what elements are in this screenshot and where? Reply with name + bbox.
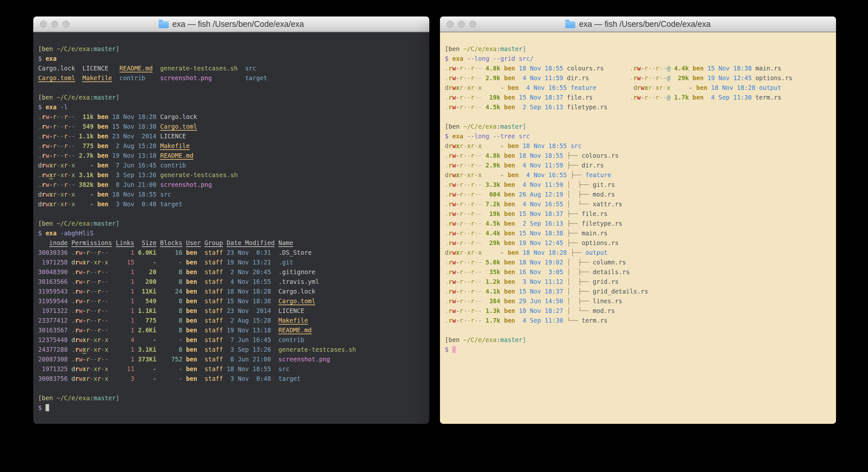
terminal-text-segment	[156, 346, 160, 353]
terminal-text-segment	[156, 375, 160, 382]
terminal-text-segment	[482, 142, 489, 149]
permission-char: -	[467, 65, 471, 72]
terminal-text-segment	[563, 220, 567, 227]
terminal-text-segment: ]	[522, 336, 526, 343]
permission-char: -	[641, 65, 645, 72]
close-button[interactable]	[40, 21, 47, 28]
permission-char: -	[467, 201, 471, 208]
permission-char: -	[49, 113, 53, 120]
permission-char: w	[452, 152, 456, 159]
terminal-line: drwxr-xr-x - ben 18 Nov 18:28 ├── output	[445, 248, 833, 257]
permission-char: .	[445, 210, 448, 217]
titlebar[interactable]: exa — fish /Users/ben/Code/exa/exa	[440, 17, 836, 32]
permission-char: r	[448, 288, 452, 295]
terminal-text-segment	[108, 152, 112, 159]
permission-char: .	[445, 201, 448, 208]
terminal-line: $	[38, 403, 426, 413]
terminal-text-segment: git.rs	[593, 181, 615, 188]
terminal-text-segment	[134, 268, 138, 275]
permission-char: r	[86, 326, 90, 334]
terminal-text-segment	[42, 55, 45, 62]
permission-char: -	[57, 152, 60, 159]
terminal-text-segment: │ ├──	[567, 278, 593, 285]
terminal-line: Cargo.toml Makefile contrib screenshot.p…	[38, 73, 426, 83]
close-button[interactable]	[447, 21, 454, 28]
permission-char: -	[648, 94, 652, 101]
terminal-text-segment: ben	[97, 171, 108, 178]
permission-char: .	[71, 326, 75, 334]
permission-char: -	[90, 375, 93, 382]
terminal-text-segment: 24377288	[38, 346, 68, 353]
permission-char: .	[445, 317, 448, 324]
terminal-text-segment: 23 Nov 2014	[227, 307, 271, 314]
terminal-text-segment: staff	[205, 249, 223, 256]
terminal-text-segment: $	[38, 230, 42, 237]
permission-char: r	[86, 346, 90, 353]
terminal-text-segment	[156, 152, 160, 159]
permission-char: w	[452, 201, 456, 208]
permission-char: -	[463, 268, 467, 275]
permission-char: r	[64, 132, 67, 140]
terminal-output[interactable]: [ben ~/C/e/exa:master]$ exaCargo.lock LI…	[33, 32, 429, 424]
terminal-text-segment: 200	[138, 278, 156, 285]
permission-char: -	[663, 65, 666, 72]
zoom-button[interactable]	[63, 21, 69, 28]
terminal-text-segment	[482, 152, 486, 159]
terminal-text-segment	[223, 249, 226, 256]
terminal-text-segment	[463, 132, 467, 140]
terminal-text-segment: $	[38, 55, 42, 62]
terminal-text-segment	[563, 268, 567, 275]
permission-char: -	[90, 259, 93, 266]
terminal-text-segment: -	[489, 249, 504, 256]
minimize-button[interactable]	[51, 21, 58, 28]
terminal-text-segment: Cargo.lock LICENCE	[38, 65, 120, 72]
permission-char: -	[94, 317, 97, 324]
permission-char: r	[97, 356, 101, 363]
terminal-text-segment: 18 Nov 18:28	[227, 288, 271, 295]
terminal-line: 1971258 drwxr-xr-x 15 - - ben staff 19 N…	[38, 257, 426, 267]
terminal-text-segment: -	[489, 171, 504, 178]
permission-char: -	[101, 259, 105, 266]
terminal-text-segment: ben	[186, 259, 197, 266]
cursor-block	[452, 346, 456, 353]
permission-char: r	[97, 278, 101, 285]
permission-char: w	[45, 132, 49, 140]
terminal-text-segment	[108, 249, 116, 256]
terminal-text-segment	[448, 346, 452, 353]
permission-char: r	[460, 94, 463, 101]
terminal-text-segment: staff	[205, 365, 223, 373]
terminal-text-segment	[482, 94, 486, 101]
permission-char: -	[49, 142, 53, 149]
permission-char: r	[97, 307, 101, 314]
terminal-text-segment: ben	[186, 297, 197, 304]
terminal-text-segment: 775	[138, 317, 156, 324]
permission-char: r	[53, 181, 57, 188]
terminal-text-segment: master	[500, 336, 523, 343]
titlebar[interactable]: exa — fish /Users/ben/Code/exa/exa	[33, 17, 429, 32]
permission-char: -	[474, 288, 478, 295]
permission-char: .	[445, 278, 448, 285]
terminal-text-segment: src	[160, 191, 171, 198]
terminal-line: .rw-r--r-- 19k ben 15 Nov 18:37 ├── file…	[445, 209, 833, 218]
terminal-line: $ exa -abghHliS	[38, 228, 426, 238]
terminal-text-segment: 2 Aug 15:28	[227, 317, 271, 324]
permission-char: -	[659, 75, 663, 82]
terminal-text-segment	[482, 171, 489, 178]
terminal-text-segment: target	[278, 375, 301, 382]
terminal-text-segment: src	[245, 65, 256, 72]
terminal-text-segment: .travis.yml	[278, 278, 319, 285]
permission-char: r	[86, 259, 90, 266]
terminal-text-segment: │ ├──	[567, 268, 593, 275]
minimize-button[interactable]	[458, 21, 465, 28]
zoom-button[interactable]	[469, 21, 476, 28]
terminal-text-segment	[68, 375, 71, 382]
permission-char: r	[64, 152, 67, 159]
terminal-text-segment	[108, 181, 112, 188]
terminal-text-segment	[223, 336, 226, 343]
terminal-text-segment	[482, 181, 486, 188]
terminal-text-segment: 604	[486, 191, 500, 198]
terminal-text-segment	[94, 161, 97, 169]
terminal-output[interactable]: [ben ~/C/e/exa:master]$ exa --long --gri…	[440, 32, 836, 424]
terminal-text-segment: 4 Sep 11:30	[708, 94, 752, 101]
terminal-text-segment: 4.4k	[674, 65, 689, 72]
